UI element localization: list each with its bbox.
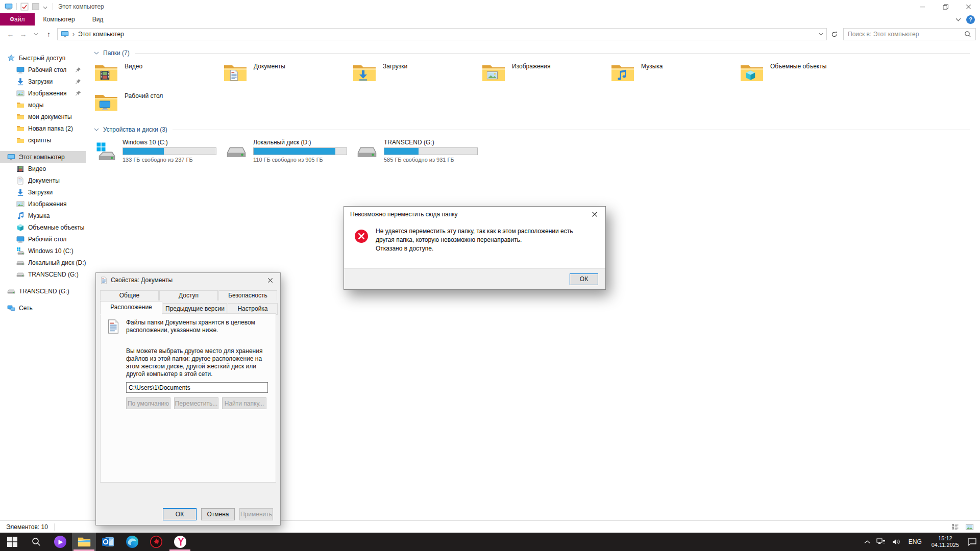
sidebar-item[interactable]: TRANSCEND (G:) [0, 268, 86, 280]
sidebar-item[interactable]: Загрузки [0, 186, 86, 198]
sidebar-item[interactable]: Документы [0, 174, 86, 186]
location-description-text: Вы можете выбрать другое место для хране… [126, 347, 268, 378]
ok-button[interactable]: ОК [570, 273, 598, 285]
pin-icon [75, 79, 81, 85]
qat-properties-button[interactable] [20, 3, 29, 11]
tab-location[interactable]: Расположение [100, 301, 162, 315]
sidebar-item[interactable]: скрипты [0, 134, 86, 146]
sidebar-item-label: Музыка [28, 212, 86, 219]
sidebar-item[interactable]: Сеть [0, 302, 86, 314]
sidebar-item-label: моды [28, 102, 86, 109]
network-icon[interactable] [873, 533, 889, 551]
address-bar[interactable]: › Этот компьютер [57, 28, 827, 40]
folder-tile[interactable]: Объемные объекты [740, 61, 869, 91]
folder-tile[interactable]: Видео [94, 61, 223, 91]
sidebar-item-label: Быстрый доступ [19, 55, 86, 62]
hidden-icons-button[interactable] [861, 533, 873, 551]
taskbar-search-button[interactable] [24, 533, 48, 551]
edge-app[interactable] [120, 533, 144, 551]
sidebar-item[interactable]: Новая папка (2) [0, 122, 86, 134]
alice-app[interactable] [48, 533, 72, 551]
qat-new-folder-button[interactable] [32, 3, 40, 11]
folder-tile[interactable]: Изображения [481, 61, 610, 91]
minimize-button[interactable] [911, 0, 934, 13]
downloads-icon [357, 69, 369, 81]
thumbnails-view-button[interactable] [964, 522, 975, 532]
back-button[interactable]: ← [4, 28, 17, 40]
restore-button[interactable] [934, 0, 957, 13]
tab-security[interactable]: Безопасность [218, 290, 277, 300]
sidebar-item[interactable]: Windows 10 (C:) [0, 245, 86, 257]
move-button[interactable]: Переместить... [174, 397, 218, 409]
folder-tile[interactable]: Документы [223, 61, 352, 91]
red-game-app[interactable] [144, 533, 168, 551]
sidebar-item[interactable]: Рабочий стол [0, 233, 86, 245]
tab-file[interactable]: Файл [0, 13, 35, 26]
refresh-button[interactable] [828, 29, 840, 40]
expand-ribbon-button[interactable] [955, 18, 961, 21]
ok-button[interactable]: ОК [163, 508, 197, 520]
address-dropdown-button[interactable] [815, 29, 826, 39]
sidebar-item[interactable]: Локальный диск (D:) [0, 257, 86, 268]
close-button[interactable] [957, 0, 980, 13]
explorer-app[interactable] [72, 533, 96, 551]
action-center-button[interactable] [964, 533, 980, 551]
folder-tile[interactable]: Музыка [610, 61, 740, 91]
apply-button[interactable]: Применить [239, 508, 273, 520]
details-view-button[interactable] [949, 522, 961, 532]
close-button[interactable] [260, 273, 280, 287]
forward-button[interactable]: → [17, 28, 30, 40]
folder-tile[interactable]: Загрузки [352, 61, 481, 91]
sidebar-item[interactable]: Видео [0, 163, 86, 174]
drive-free-space: 110 ГБ свободно из 905 ГБ [253, 157, 347, 163]
find-target-button[interactable]: Найти папку... [222, 397, 266, 409]
drive-tile[interactable]: Windows 10 (C:)133 ГБ свободно из 237 ГБ [94, 139, 225, 163]
folder-icon [223, 63, 249, 84]
tab-sharing[interactable]: Доступ [159, 290, 218, 300]
tab-general[interactable]: Общие [100, 290, 159, 300]
help-button[interactable]: ? [966, 15, 975, 24]
breadcrumb[interactable]: Этот компьютер [78, 31, 124, 38]
sidebar-item[interactable]: Рабочий стол [0, 64, 86, 76]
clock[interactable]: 15:12 04.11.2025 [926, 535, 964, 548]
sidebar-item[interactable]: мои документы [0, 111, 86, 122]
location-path-input[interactable] [126, 382, 268, 393]
sidebar-item[interactable]: Изображения [0, 87, 86, 99]
sidebar-item[interactable]: Загрузки [0, 76, 86, 87]
outlook-app[interactable] [96, 533, 120, 551]
group-header-folders[interactable]: Папки (7) [94, 48, 970, 58]
sidebar-item[interactable]: Объемные объекты [0, 221, 86, 233]
restore-default-button[interactable]: По умолчанию [126, 397, 170, 409]
start-icon [7, 537, 17, 547]
collapse-group-icon[interactable] [94, 128, 99, 131]
sidebar-item[interactable]: TRANSCEND (G:) [0, 285, 86, 297]
sidebar-item[interactable]: Этот компьютер [0, 151, 86, 163]
folder-icon [740, 63, 765, 84]
sidebar-item[interactable]: Изображения [0, 198, 86, 210]
language-indicator[interactable]: ENG [904, 538, 926, 545]
search-box[interactable]: Поиск в: Этот компьютер [843, 28, 976, 40]
cancel-button[interactable]: Отмена [201, 508, 235, 520]
tab-computer[interactable]: Компьютер [35, 13, 84, 26]
tab-view[interactable]: Вид [84, 13, 112, 26]
group-header-drives[interactable]: Устройства и диски (3) [94, 124, 970, 135]
close-button[interactable] [584, 207, 605, 222]
start-button[interactable] [0, 533, 24, 551]
recent-locations-button[interactable] [30, 28, 42, 40]
up-button[interactable]: ↑ [42, 28, 55, 40]
sidebar-item[interactable]: Музыка [0, 210, 86, 221]
folder-tile[interactable]: Рабочий стол [94, 91, 223, 120]
sidebar-item[interactable]: Быстрый доступ [0, 52, 86, 64]
volume-icon[interactable] [889, 533, 904, 551]
dialog-title-bar: Свойства: Документы [96, 273, 280, 287]
sidebar-item[interactable]: моды [0, 99, 86, 111]
drive-tile[interactable]: TRANSCEND (G:)585 ГБ свободно из 931 ГБ [355, 139, 486, 163]
drive-icon [225, 141, 248, 162]
pin-icon [75, 90, 81, 96]
yandex-browser-app[interactable] [168, 533, 192, 551]
qat-customize-button[interactable] [43, 4, 49, 9]
collapse-group-icon[interactable] [94, 52, 99, 55]
document-icon [100, 277, 108, 284]
downloads-icon [16, 78, 24, 86]
drive-tile[interactable]: Локальный диск (D:)110 ГБ свободно из 90… [225, 139, 355, 163]
